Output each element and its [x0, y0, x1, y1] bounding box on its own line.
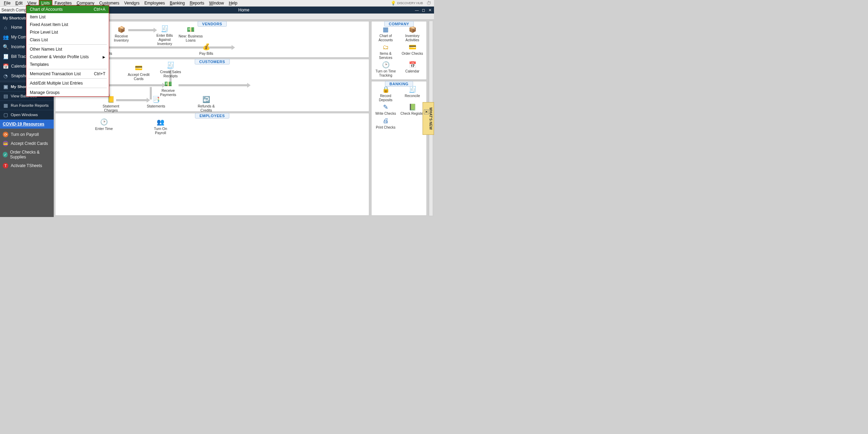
side-item-icon: 📦	[408, 26, 417, 33]
discovery-hub-label: DISCOVERY HUB	[397, 1, 423, 5]
menu-help[interactable]: Help	[226, 0, 240, 6]
dropdown-item[interactable]: Templates	[26, 61, 109, 68]
ledger-icon: 📒	[106, 96, 115, 103]
side-item[interactable]: 🕑Turn on Time Tracking	[373, 61, 398, 77]
sidebar-panel-icon: ▢	[3, 112, 8, 118]
side-item-icon: ▦	[381, 26, 390, 33]
sidebar-icon: ⌂	[3, 25, 8, 30]
dropdown-item[interactable]: Other Names List	[26, 45, 109, 53]
dropdown-item[interactable]: Memorized Transaction ListCtrl+T	[26, 70, 109, 78]
statement-icon: 📑	[151, 96, 160, 103]
covid-resources-link[interactable]: COVID-19 Resources	[0, 120, 54, 129]
sidebar-panel-label: Open Windows	[11, 113, 38, 117]
menu-vendors[interactable]: Vendors	[122, 0, 142, 6]
side-item[interactable]: 🧾Reconcile	[400, 86, 425, 102]
side-item-label: Inventory Activities	[400, 34, 425, 42]
tab-strip	[54, 14, 434, 20]
pay-icon: 💰	[202, 43, 211, 51]
sidebar-promo-item[interactable]: ⟳Turn on Payroll	[0, 130, 54, 139]
employees-panel: EMPLOYEES 🕑Enter Time 👥Turn On Payroll	[55, 113, 369, 216]
main-area: Home — ◻ ✕ VENDORS 📦Receive Inventory 🧾E…	[54, 7, 434, 217]
dropdown-item[interactable]: Item List	[26, 13, 109, 21]
promo-icon: T	[3, 163, 8, 168]
sidebar-promo-label: Turn on Payroll	[11, 132, 39, 137]
sidebar-promo-label: Activate TSheets	[11, 163, 42, 168]
window-titlebar: Home — ◻ ✕	[54, 7, 434, 14]
turn-on-payroll-button[interactable]: 👥Turn On Payroll	[148, 118, 173, 135]
whats-new-tab[interactable]: WHAT'S NEW ✕	[423, 102, 434, 134]
whats-new-label: WHAT'S NEW	[429, 107, 433, 129]
side-item-label: Chart of Accounts	[373, 34, 398, 42]
promo-icon: 💳	[3, 141, 8, 146]
minimize-button[interactable]: —	[414, 8, 419, 12]
dropdown-item[interactable]: Price Level List	[26, 28, 109, 36]
side-item-label: Record Deposits	[373, 94, 398, 102]
banking-label: BANKING	[385, 81, 413, 87]
discovery-hub-button[interactable]: 💡 DISCOVERY HUB	[389, 1, 425, 6]
enter-bills-against-inventory-button[interactable]: 🧾Enter Bills Against Inventory	[153, 25, 177, 46]
payment-icon: 💵	[164, 80, 173, 88]
statements-button[interactable]: 📑Statements	[144, 96, 168, 108]
side-item-icon: 🧾	[408, 86, 417, 93]
side-item[interactable]: 🗂Items & Services	[373, 43, 398, 60]
side-item-label: Items & Services	[373, 52, 398, 60]
dropdown-item[interactable]: Class List	[26, 36, 109, 44]
reminder-clock-icon[interactable]: ⏱	[425, 0, 433, 6]
side-item[interactable]: 📅Calendar	[400, 61, 425, 77]
accept-credit-cards-button[interactable]: 💳Accept Credit Cards	[127, 64, 151, 81]
sidebar-promo-item[interactable]: TActivate TSheets	[0, 161, 54, 170]
side-item[interactable]: 📗Check Register	[400, 103, 425, 116]
receive-payments-button[interactable]: 💵Receive Payments	[156, 80, 180, 97]
side-item-label: Check Register	[400, 112, 424, 116]
side-item-label: Calendar	[405, 69, 419, 73]
clock-icon: 🕑	[99, 118, 108, 126]
side-item[interactable]: 📦Inventory Activities	[400, 26, 425, 42]
new-business-loans-button[interactable]: 💵New: Business Loans	[179, 26, 203, 42]
side-item-label: Write Checks	[375, 112, 396, 116]
window-title: Home	[238, 8, 249, 12]
side-item[interactable]: ▦Chart of Accounts	[373, 26, 398, 42]
company-panel: COMPANY ▦Chart of Accounts📦Inventory Act…	[371, 21, 427, 80]
menu-employees[interactable]: Employees	[142, 0, 167, 6]
side-item[interactable]: 🖨Print Checks	[373, 117, 398, 130]
menu-file[interactable]: File	[1, 0, 13, 6]
sidebar-icon: 👥	[3, 34, 8, 40]
credit-card-icon: 💳	[134, 64, 143, 72]
side-item[interactable]: 💳Order Checks	[400, 43, 425, 60]
sidebar-panel-item[interactable]: ▦Run Favorite Reports	[0, 101, 54, 110]
statement-charges-button[interactable]: 📒Statement Charges	[99, 96, 123, 112]
side-item-label: Turn on Time Tracking	[373, 69, 398, 77]
money-icon: 💵	[186, 26, 195, 33]
menu-reports[interactable]: Reports	[187, 0, 207, 6]
dropdown-item[interactable]: Fixed Asset Item List	[26, 21, 109, 28]
side-item[interactable]: ✎Write Checks	[373, 103, 398, 116]
whats-new-close-button[interactable]: ✕	[424, 109, 429, 114]
dropdown-item[interactable]: Chart of AccountsCtrl+A	[26, 6, 109, 13]
menu-edit[interactable]: Edit	[13, 0, 25, 6]
dropdown-item[interactable]: Manage Groups	[26, 89, 109, 96]
promo-icon: ✓	[3, 152, 8, 157]
side-item-icon: 🕑	[381, 61, 390, 69]
create-sales-receipts-button[interactable]: 🧾Create Sales Receipts	[158, 61, 183, 78]
sidebar-panel-icon: ▣	[3, 84, 8, 89]
enter-time-button[interactable]: 🕑Enter Time	[92, 118, 116, 131]
menu-banking[interactable]: Banking	[167, 0, 187, 6]
side-item[interactable]: 🔒Record Deposits	[373, 86, 398, 102]
sidebar-promo-item[interactable]: ✓Order Checks & Supplies	[0, 148, 54, 161]
dropdown-item[interactable]: Customer & Vendor Profile Lists▶	[26, 53, 109, 61]
receipt-icon: 🧾	[166, 61, 175, 69]
side-item-label: Print Checks	[376, 125, 396, 130]
refunds-credits-button[interactable]: ↩️Refunds & Credits	[194, 96, 218, 112]
banking-panel: BANKING 🔒Record Deposits🧾Reconcile✎Write…	[371, 81, 427, 216]
refund-icon: ↩️	[202, 96, 211, 103]
arrow-icon	[179, 84, 248, 86]
sidebar-icon: 🔍	[3, 44, 8, 50]
pay-bills-button[interactable]: 💰Pay Bills	[194, 43, 218, 55]
sidebar-panel-item[interactable]: ▢Open Windows	[0, 110, 54, 120]
sidebar-promo-item[interactable]: 💳Accept Credit Cards	[0, 139, 54, 148]
receive-inventory-button[interactable]: 📦Receive Inventory	[109, 26, 133, 42]
menu-window[interactable]: Window	[207, 0, 226, 6]
dropdown-item[interactable]: Add/Edit Multiple List Entries	[26, 79, 109, 87]
close-button[interactable]: ✕	[427, 8, 433, 12]
maximize-button[interactable]: ◻	[421, 8, 426, 12]
